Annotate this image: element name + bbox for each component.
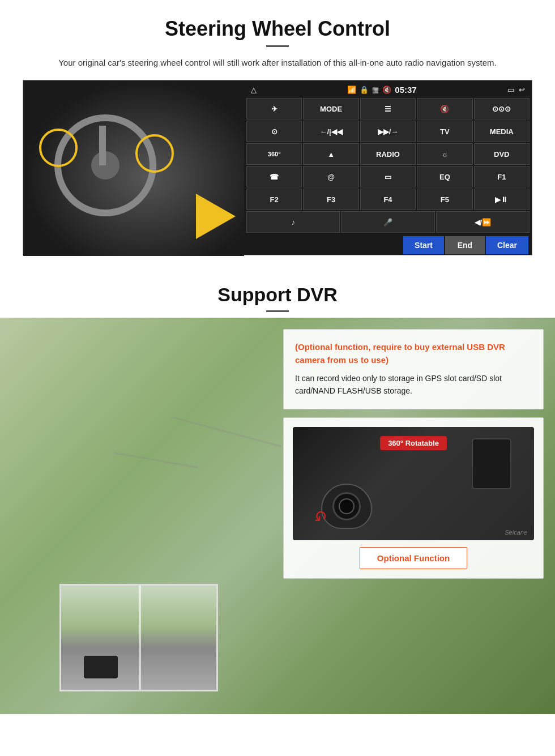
brightness-btn[interactable]: ☼: [417, 143, 472, 165]
settings-btn[interactable]: ⊙: [246, 121, 302, 142]
browser-btn[interactable]: @: [303, 166, 358, 187]
steering-section: Steering Wheel Control Your original car…: [0, 0, 555, 267]
eject-btn[interactable]: ▲: [303, 143, 358, 165]
home-icon[interactable]: △: [251, 86, 257, 94]
button-grid-row6: ♪ 🎤 ◀/⏩: [246, 211, 530, 233]
control-panel: △ 📶 🔒 ▦ 🔇 05:37 ▭ ↩ ✈ MODE ☰ 🔇: [244, 80, 532, 255]
radio-btn[interactable]: RADIO: [360, 143, 416, 165]
dvr-section: Support DVR (Optional function, require …: [0, 267, 555, 714]
camera-badge: 360° Rotatable: [380, 436, 447, 450]
prev-btn[interactable]: ←/|◀◀: [303, 121, 358, 142]
playpause-btn[interactable]: ▶⏸: [474, 189, 530, 210]
yellow-arrow: [196, 194, 236, 239]
mic-btn[interactable]: 🎤: [341, 211, 434, 233]
camera-body: [472, 438, 511, 489]
optional-function-button[interactable]: Optional Function: [360, 547, 467, 569]
f3-btn[interactable]: F3: [303, 189, 358, 210]
start-button[interactable]: Start: [403, 236, 444, 254]
panel-topbar: △ 📶 🔒 ▦ 🔇 05:37 ▭ ↩: [246, 83, 530, 97]
dvr-title: Support DVR: [23, 284, 532, 306]
vol-mute-btn[interactable]: ◀/⏩: [436, 211, 530, 233]
button-grid-row2: ⊙ ←/|◀◀ ▶▶/→ TV MEDIA: [246, 121, 530, 142]
dvr-divider: [266, 310, 289, 312]
next-btn[interactable]: ▶▶/→: [360, 121, 416, 142]
music-btn[interactable]: ♪: [246, 211, 340, 233]
panel-action-row: Start End Clear: [246, 234, 530, 255]
optional-text: (Optional function, require to buy exter…: [295, 341, 532, 366]
camera-lens-core: [339, 498, 355, 514]
camera-lens-unit: [321, 484, 372, 529]
dvr-content: (Optional function, require to buy exter…: [0, 318, 555, 714]
button-grid-row4: ☎ @ ▭ EQ F1: [246, 166, 530, 187]
dvr-left: [0, 318, 278, 714]
tv-btn[interactable]: TV: [417, 121, 472, 142]
dvr-camera-box: 360° Rotatable ↺ Seicane Optional Functi…: [283, 417, 544, 579]
steering-description: Your original car's steering wheel contr…: [34, 56, 521, 70]
dvr-thumbnail: [59, 584, 218, 691]
steering-title: Steering Wheel Control: [23, 17, 532, 41]
dvr-title-area: Support DVR: [0, 284, 555, 318]
dvr-right: (Optional function, require to buy exter…: [278, 318, 555, 714]
dvr-info-box: (Optional function, require to buy exter…: [283, 329, 544, 409]
360-btn[interactable]: 360°: [246, 143, 302, 165]
wheel-spoke: [99, 126, 106, 165]
back-icon[interactable]: ↩: [519, 86, 525, 94]
dots-btn[interactable]: ⊙⊙⊙: [474, 98, 530, 119]
phone-btn[interactable]: ☎: [246, 166, 302, 187]
camera-lens-inner: [332, 492, 361, 520]
panel-right-icons: ▭ ↩: [507, 86, 525, 94]
rect-btn[interactable]: ▭: [360, 166, 416, 187]
mode-btn[interactable]: MODE: [303, 98, 358, 119]
lock-icon: 🔒: [360, 86, 369, 94]
wifi-icon: 📶: [347, 86, 356, 94]
clear-button[interactable]: Clear: [486, 236, 528, 254]
f5-btn[interactable]: F5: [417, 189, 472, 210]
panel-time: 05:37: [395, 85, 416, 95]
car-thumbnail: [84, 656, 118, 678]
f4-btn[interactable]: F4: [360, 189, 416, 210]
car-image: [23, 80, 244, 256]
dvd-btn[interactable]: DVD: [474, 143, 530, 165]
nav-btn[interactable]: ✈: [246, 98, 302, 119]
steering-visual: △ 📶 🔒 ▦ 🔇 05:37 ▭ ↩ ✈ MODE ☰ 🔇: [23, 80, 532, 255]
camera-visual: 360° Rotatable ↺ Seicane: [293, 427, 534, 540]
f1-btn[interactable]: F1: [474, 166, 530, 187]
media-btn[interactable]: MEDIA: [474, 121, 530, 142]
highlight-circle-right: [135, 134, 174, 173]
seicane-watermark: Seicane: [505, 529, 527, 536]
grid-icon: ▦: [372, 86, 379, 94]
highlight-circle-left: [39, 129, 78, 167]
menu-btn[interactable]: ☰: [360, 98, 416, 119]
panel-status-icons: 📶 🔒 ▦ 🔇 05:37: [347, 85, 416, 95]
window-icon[interactable]: ▭: [507, 86, 514, 94]
f2-btn[interactable]: F2: [246, 189, 302, 210]
title-divider: [266, 45, 289, 47]
volume-icon: 🔇: [382, 86, 391, 94]
button-grid-row3: 360° ▲ RADIO ☼ DVD: [246, 143, 530, 165]
rotation-arrow-icon: ↺: [314, 507, 327, 523]
end-button[interactable]: End: [445, 236, 485, 254]
road-line: [139, 586, 141, 690]
eq-btn[interactable]: EQ: [417, 166, 472, 187]
button-grid-row1: ✈ MODE ☰ 🔇 ⊙⊙⊙: [246, 98, 530, 119]
button-grid-row5: F2 F3 F4 F5 ▶⏸: [246, 189, 530, 210]
mute-btn[interactable]: 🔇: [417, 98, 472, 119]
dvr-desc: It can record video only to storage in G…: [295, 372, 532, 398]
